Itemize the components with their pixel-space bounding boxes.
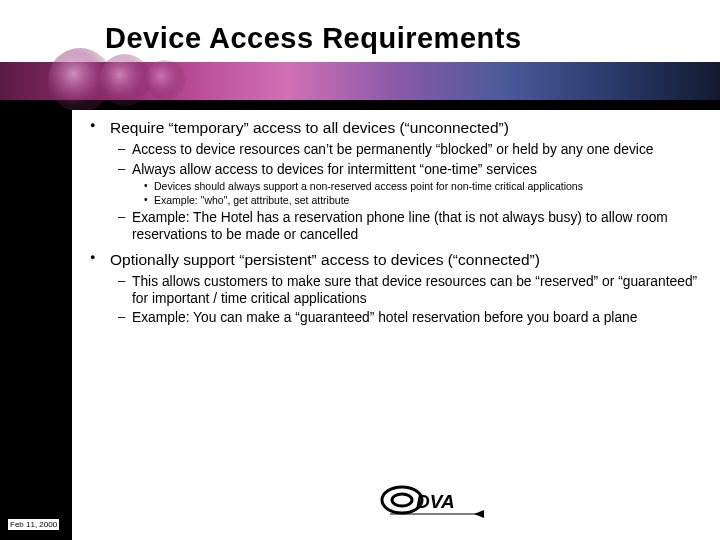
bullet-text: Require “temporary” access to all device… — [110, 119, 509, 136]
bullet-text: Devices should always support a non-rese… — [154, 180, 583, 192]
bullet-l3: Devices should always support a non-rese… — [132, 180, 702, 193]
bullet-text: Access to device resources can’t be perm… — [132, 142, 654, 157]
footer-date: Feb 11, 2000 — [8, 519, 59, 530]
odva-logo: DVA — [380, 480, 490, 520]
bullet-l2: Always allow access to devices for inter… — [110, 161, 702, 207]
svg-point-4 — [392, 494, 412, 506]
bullet-l1: Require “temporary” access to all device… — [90, 118, 702, 244]
bullet-text: Always allow access to devices for inter… — [132, 162, 537, 177]
bullet-text: Example: You can make a “guaranteed” hot… — [132, 310, 637, 325]
bullet-l2: This allows customers to make sure that … — [110, 273, 702, 307]
bullet-l3: Example: "who", get attribute, set attri… — [132, 194, 702, 207]
slide-title: Device Access Requirements — [105, 22, 522, 55]
bullet-text: This allows customers to make sure that … — [132, 274, 697, 306]
bullet-l2: Example: You can make a “guaranteed” hot… — [110, 309, 702, 326]
header-gradient-band — [0, 62, 720, 100]
bullet-l1: Optionally support “persistent” access t… — [90, 250, 702, 327]
left-black-strip — [0, 110, 72, 540]
logo-text: DVA — [416, 491, 455, 512]
slide-body: Require “temporary” access to all device… — [90, 118, 702, 333]
bullet-text: Example: "who", get attribute, set attri… — [154, 194, 349, 206]
bullet-text: Example: The Hotel has a reservation pho… — [132, 210, 668, 242]
bullet-l2: Access to device resources can’t be perm… — [110, 141, 702, 158]
bullet-text: Optionally support “persistent” access t… — [110, 251, 540, 268]
bullet-l2: Example: The Hotel has a reservation pho… — [110, 209, 702, 243]
